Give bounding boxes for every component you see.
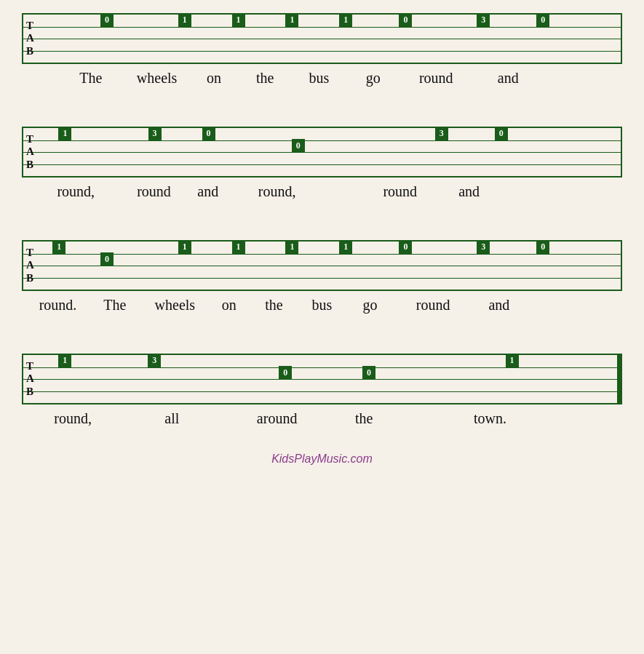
tab-section-1: TAB01111030Thewheelsonthebusgoroundand <box>22 13 622 119</box>
note-3-9: 0 <box>536 241 549 254</box>
staff-line-2 <box>23 152 621 153</box>
tab-section-3: TAB101111030round.Thewheelsonthebusgorou… <box>22 240 622 346</box>
lyric-3-2: The <box>88 297 142 314</box>
lyric-4-3: around <box>238 410 316 427</box>
tab-label: TAB <box>26 360 34 398</box>
note-2-3: 0 <box>202 127 215 140</box>
note-1-5: 1 <box>339 14 352 27</box>
staff-line-3 <box>23 278 621 279</box>
lyric-3-9: and <box>472 297 526 314</box>
note-4-3: 0 <box>279 366 292 379</box>
lyric-1-5: bus <box>292 70 346 87</box>
note-1-2: 1 <box>178 14 191 27</box>
lyric-3-3: wheels <box>142 297 208 314</box>
note-1-7: 3 <box>477 14 490 27</box>
website-label: KidsPlayMusic.com <box>271 452 373 466</box>
note-1-3: 1 <box>232 14 245 27</box>
staff-line-1 <box>23 367 619 368</box>
note-3-2: 0 <box>100 252 114 266</box>
note-1-6: 0 <box>399 14 412 27</box>
staff-line-2 <box>23 379 619 380</box>
note-3-7: 0 <box>399 241 412 254</box>
note-2-6: 0 <box>495 127 508 140</box>
lyric-2-6: and <box>442 183 496 200</box>
section-gap-1 <box>22 105 622 119</box>
lyric-1-4: the <box>238 70 292 87</box>
lyrics-row-3: round.Thewheelsonthebusgoroundand <box>22 295 622 319</box>
note-3-4: 1 <box>232 241 245 254</box>
lyric-3-7: go <box>346 297 394 314</box>
note-2-1: 1 <box>58 127 71 140</box>
tab-section-4: TAB13001round,allaroundthetown. <box>22 354 622 432</box>
note-1-8: 0 <box>536 14 549 27</box>
lyric-1-3: on <box>190 70 238 87</box>
note-1-4: 1 <box>285 14 298 27</box>
note-3-1: 1 <box>52 241 65 254</box>
note-4-5: 1 <box>506 354 519 367</box>
lyric-3-4: on <box>208 297 250 314</box>
staff-1: TAB01111030 <box>22 13 622 64</box>
lyric-1-8: and <box>478 70 538 87</box>
note-3-6: 1 <box>339 241 352 254</box>
lyric-3-5: the <box>250 297 298 314</box>
lyric-3-1: round. <box>28 297 88 314</box>
lyric-2-1: round, <box>34 183 119 200</box>
lyric-2-4: round, <box>238 183 316 200</box>
section-gap-2 <box>22 218 622 233</box>
note-4-2: 3 <box>148 354 161 367</box>
lyric-2-3: and <box>184 183 232 200</box>
lyric-1-7: round <box>400 70 472 87</box>
note-2-4: 0 <box>292 139 305 152</box>
staff-line-3 <box>23 51 621 52</box>
lyric-1-6: go <box>346 70 400 87</box>
note-1-1: 0 <box>100 14 114 27</box>
lyric-1-1: The <box>58 70 124 87</box>
staff-line-3 <box>23 164 621 165</box>
lyrics-row-1: Thewheelsonthebusgoroundand <box>22 68 622 92</box>
staff-line-3 <box>23 391 619 392</box>
note-4-4: 0 <box>362 366 375 379</box>
tab-section-2: TAB130030round,roundandround,roundand <box>22 127 622 233</box>
lyric-4-1: round, <box>34 410 112 427</box>
lyric-3-8: round <box>400 297 466 314</box>
note-3-5: 1 <box>285 241 298 254</box>
staff-3: TAB101111030 <box>22 240 622 291</box>
staff-line-2 <box>23 39 621 39</box>
lyric-1-2: wheels <box>124 70 190 87</box>
lyrics-row-2: round,roundandround,roundand <box>22 182 622 205</box>
staff-line-1 <box>23 140 621 141</box>
section-gap-3 <box>22 332 622 346</box>
lyric-3-6: bus <box>298 297 346 314</box>
staff-2: TAB130030 <box>22 127 622 178</box>
staff-4: TAB13001 <box>22 354 622 404</box>
lyric-4-4: the <box>334 410 394 427</box>
note-2-5: 3 <box>435 127 448 140</box>
note-2-2: 3 <box>148 127 162 140</box>
tab-label: TAB <box>26 247 34 284</box>
lyric-4-5: town. <box>454 410 526 427</box>
lyric-2-5: round <box>370 183 431 200</box>
lyrics-row-4: round,allaroundthetown. <box>22 409 622 432</box>
lyric-4-2: all <box>142 410 202 427</box>
note-3-3: 1 <box>178 241 191 254</box>
note-4-1: 1 <box>58 354 71 367</box>
note-3-8: 3 <box>477 241 490 254</box>
tab-label: TAB <box>26 133 34 171</box>
tab-label: TAB <box>26 20 34 57</box>
lyric-2-2: round <box>124 183 184 200</box>
